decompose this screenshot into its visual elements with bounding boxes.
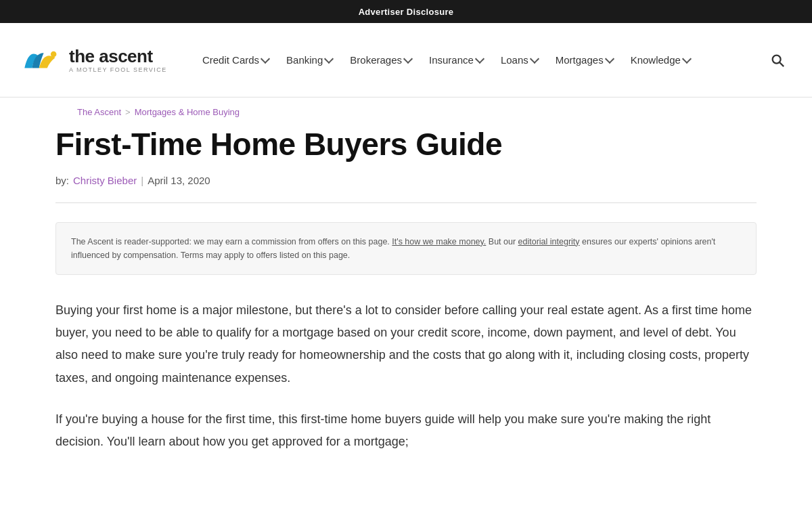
search-button[interactable] <box>765 47 790 73</box>
byline-prefix: by: <box>55 175 69 186</box>
logo: the ascent A MOTLEY FOOL SERVICE <box>22 45 167 75</box>
search-icon <box>770 53 785 68</box>
advertiser-disclosure-bar[interactable]: Advertiser Disclosure <box>0 0 812 23</box>
byline-separator: | <box>141 175 143 186</box>
editorial-integrity-link[interactable]: editorial integrity <box>518 237 580 246</box>
byline: by: Christy Bieber | April 13, 2020 <box>55 175 757 186</box>
how-we-make-money-link[interactable]: It's how we make money. <box>392 237 486 246</box>
svg-line-2 <box>780 62 784 66</box>
article-body: Buying your first home is a major milest… <box>55 299 757 454</box>
svg-point-0 <box>51 51 57 58</box>
body-paragraph-2: If you're buying a house for the first t… <box>55 408 757 454</box>
chevron-down-icon <box>261 54 270 64</box>
disclaimer-text: The Ascent is reader-supported: we may e… <box>71 237 392 246</box>
publish-date: April 13, 2020 <box>148 175 210 186</box>
logo-text: the ascent A MOTLEY FOOL SERVICE <box>69 47 167 73</box>
nav-brokerages[interactable]: Brokerages <box>342 49 420 71</box>
chevron-down-icon <box>605 54 614 64</box>
logo-icon <box>22 45 62 75</box>
logo-link[interactable]: the ascent A MOTLEY FOOL SERVICE <box>22 45 167 75</box>
breadcrumb-current: Mortgages & Home Buying <box>135 107 240 117</box>
chevron-down-icon <box>682 54 692 64</box>
chevron-down-icon <box>403 54 413 64</box>
breadcrumb: The Ascent > Mortgages & Home Buying <box>55 98 757 127</box>
nav-mortgages[interactable]: Mortgages <box>547 49 621 71</box>
breadcrumb-home[interactable]: The Ascent <box>77 107 121 117</box>
article-title: First-Time Home Buyers Guide <box>55 127 757 163</box>
nav-credit-cards[interactable]: Credit Cards <box>194 49 277 71</box>
chevron-down-icon <box>530 54 539 64</box>
nav-loans[interactable]: Loans <box>493 49 546 71</box>
breadcrumb-separator: > <box>125 107 131 117</box>
nav-insurance[interactable]: Insurance <box>421 49 491 71</box>
advertiser-disclosure-link[interactable]: Advertiser Disclosure <box>359 7 454 17</box>
svg-point-1 <box>773 55 781 63</box>
nav-banking[interactable]: Banking <box>278 49 340 71</box>
site-header: the ascent A MOTLEY FOOL SERVICE Credit … <box>0 23 812 98</box>
body-paragraph-1: Buying your first home is a major milest… <box>55 299 757 389</box>
disclaimer-box: The Ascent is reader-supported: we may e… <box>55 222 757 275</box>
nav-knowledge[interactable]: Knowledge <box>623 49 698 71</box>
section-divider <box>55 202 757 203</box>
chevron-down-icon <box>475 54 484 64</box>
disclaimer-text-2: But our <box>486 237 518 246</box>
main-nav: Credit Cards Banking Brokerages Insuranc… <box>194 49 765 71</box>
main-content: The Ascent > Mortgages & Home Buying Fir… <box>34 98 778 513</box>
chevron-down-icon <box>324 54 334 64</box>
author-link[interactable]: Christy Bieber <box>73 175 137 186</box>
